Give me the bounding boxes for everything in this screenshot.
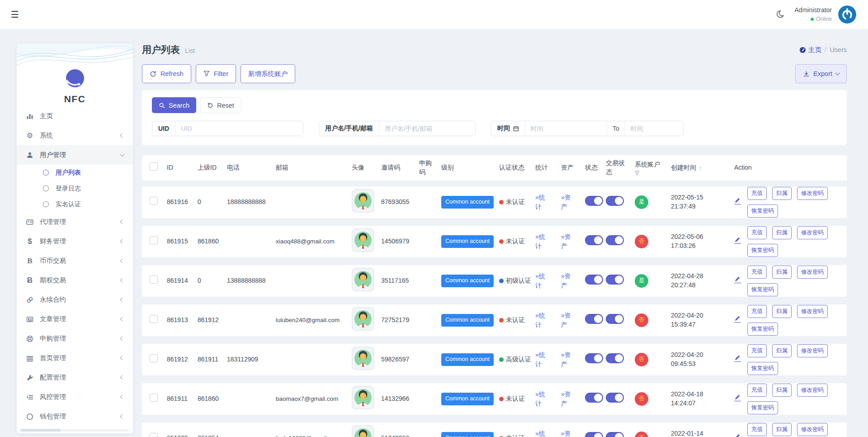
edit-button[interactable]	[734, 197, 741, 204]
user-avatar-image[interactable]	[352, 386, 374, 409]
status-toggle[interactable]	[585, 432, 603, 437]
hamburger-menu-icon[interactable]: ☰	[11, 10, 19, 19]
user-avatar-image[interactable]	[352, 189, 374, 213]
recover-password-button[interactable]: 恢复密码	[747, 283, 778, 296]
time-to-input[interactable]	[625, 121, 683, 136]
stats-link[interactable]: »统计	[535, 232, 551, 251]
account-input[interactable]	[379, 121, 475, 136]
status-toggle[interactable]	[585, 235, 603, 245]
trade-status-toggle[interactable]	[606, 393, 624, 403]
recharge-button[interactable]: 充值	[747, 226, 767, 239]
sidebar-item-user-management[interactable]: 用户管理	[17, 145, 133, 165]
status-toggle[interactable]	[585, 196, 603, 206]
sidebar-item-config-management[interactable]: 配置管理	[17, 368, 133, 387]
status-toggle[interactable]	[585, 275, 603, 285]
belong-button[interactable]: 归属	[772, 266, 792, 279]
sidebar-subitem-user-list[interactable]: 用户列表	[17, 165, 133, 180]
search-button[interactable]: Search	[152, 97, 196, 113]
sidebar-item-agent-management[interactable]: 代理管理	[17, 212, 133, 232]
sidebar-item-system[interactable]: ⚙ 系统	[17, 126, 133, 145]
sidebar-item-wallet-management[interactable]: 钱包管理	[17, 407, 133, 426]
stats-link[interactable]: »统计	[535, 390, 551, 408]
belong-button[interactable]: 归属	[772, 384, 792, 397]
change-password-button[interactable]: 修改密码	[797, 226, 828, 239]
sidebar-item-homepage-management[interactable]: 首页管理	[17, 348, 133, 368]
edit-button[interactable]	[734, 315, 741, 323]
row-checkbox[interactable]	[150, 394, 158, 402]
assets-link[interactable]: »资产	[561, 271, 576, 290]
row-checkbox[interactable]	[150, 276, 158, 284]
stats-link[interactable]: »统计	[535, 271, 551, 290]
assets-link[interactable]: »资产	[561, 350, 576, 369]
stats-link[interactable]: »统计	[535, 429, 551, 437]
user-avatar-image[interactable]	[352, 228, 374, 252]
user-avatar-image[interactable]	[352, 307, 374, 331]
edit-button[interactable]	[734, 433, 741, 437]
change-password-button[interactable]: 修改密码	[797, 305, 828, 318]
stats-link[interactable]: »统计	[535, 193, 551, 212]
assets-link[interactable]: »资产	[561, 429, 576, 437]
select-all-checkbox[interactable]	[150, 162, 158, 171]
sidebar-subitem-login-log[interactable]: 登录日志	[17, 180, 133, 196]
assets-link[interactable]: »资产	[561, 390, 576, 408]
export-button[interactable]: Export	[795, 64, 847, 83]
stats-link[interactable]: »统计	[535, 350, 551, 369]
trade-status-toggle[interactable]	[606, 196, 624, 206]
dark-mode-moon-icon[interactable]	[774, 9, 786, 20]
column-filter-funnel-icon[interactable]	[635, 171, 640, 176]
sidebar-item-option-trade[interactable]: Ƀ 期权交易	[17, 271, 133, 290]
recharge-button[interactable]: 充值	[747, 384, 767, 397]
edit-button[interactable]	[734, 236, 741, 244]
filter-button[interactable]: Filter	[196, 64, 236, 83]
sidebar-subitem-realname-auth[interactable]: 实名认证	[17, 196, 133, 212]
recover-password-button[interactable]: 恢复密码	[747, 204, 778, 218]
change-password-button[interactable]: 修改密码	[797, 187, 828, 200]
recharge-button[interactable]: 充值	[747, 305, 767, 318]
column-header-created-time[interactable]: 创建时间 ↑	[671, 163, 734, 172]
change-password-button[interactable]: 修改密码	[797, 423, 828, 436]
change-password-button[interactable]: 修改密码	[797, 384, 828, 397]
change-password-button[interactable]: 修改密码	[797, 344, 828, 357]
sidebar-item-risk-management[interactable]: 风控管理	[17, 387, 133, 407]
sidebar-item-finance-management[interactable]: $ 财务管理	[17, 232, 133, 251]
status-toggle[interactable]	[585, 353, 603, 363]
time-from-input[interactable]	[525, 121, 607, 136]
recover-password-button[interactable]: 恢复密码	[747, 323, 778, 336]
recharge-button[interactable]: 充值	[747, 423, 767, 436]
recover-password-button[interactable]: 恢复密码	[747, 401, 778, 414]
change-password-button[interactable]: 修改密码	[797, 266, 828, 279]
sidebar-item-dashboard[interactable]: 主页	[17, 106, 133, 126]
trade-status-toggle[interactable]	[606, 353, 624, 363]
assets-link[interactable]: »资产	[561, 193, 576, 212]
belong-button[interactable]: 归属	[772, 423, 792, 436]
row-checkbox[interactable]	[150, 236, 158, 244]
trade-status-toggle[interactable]	[606, 275, 624, 285]
user-avatar[interactable]	[838, 5, 856, 24]
user-avatar-image[interactable]	[352, 347, 374, 370]
breadcrumb-home-link[interactable]: 主页	[799, 46, 821, 54]
refresh-button[interactable]: Refresh	[142, 64, 191, 83]
trade-status-toggle[interactable]	[606, 432, 624, 437]
edit-button[interactable]	[734, 276, 741, 283]
recharge-button[interactable]: 充值	[747, 266, 767, 279]
recover-password-button[interactable]: 恢复密码	[747, 362, 778, 375]
belong-button[interactable]: 归属	[772, 344, 792, 357]
status-toggle[interactable]	[585, 314, 603, 324]
add-system-account-button[interactable]: 新增系统账户	[241, 64, 295, 83]
assets-link[interactable]: »资产	[561, 232, 576, 251]
belong-button[interactable]: 归属	[772, 187, 792, 200]
sidebar-item-subscription-management[interactable]: 申购管理	[17, 329, 133, 348]
reset-button[interactable]: Reset	[200, 97, 241, 113]
user-menu[interactable]: Administrator Online	[795, 6, 832, 23]
belong-button[interactable]: 归属	[772, 226, 792, 239]
row-checkbox[interactable]	[150, 197, 158, 205]
recharge-button[interactable]: 充值	[747, 187, 767, 200]
status-toggle[interactable]	[585, 393, 603, 403]
trade-status-toggle[interactable]	[606, 235, 624, 245]
trade-status-toggle[interactable]	[606, 314, 624, 324]
sidebar-item-article-management[interactable]: 文章管理	[17, 309, 133, 329]
sidebar-item-coin-trade[interactable]: B 币币交易	[17, 251, 133, 271]
recharge-button[interactable]: 充值	[747, 344, 767, 357]
assets-link[interactable]: »资产	[561, 311, 576, 330]
user-avatar-image[interactable]	[352, 425, 374, 437]
